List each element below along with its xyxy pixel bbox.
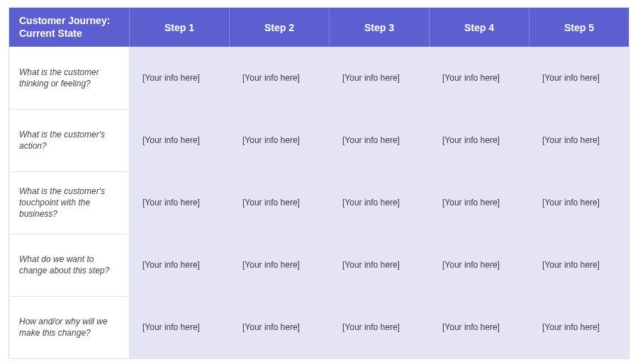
col-step-5: Step 5 — [530, 8, 629, 47]
cell: [Your info here] — [430, 47, 530, 109]
cell: [Your info here] — [230, 234, 330, 296]
row-label: What is the customer's action? — [9, 109, 130, 171]
cell: [Your info here] — [130, 171, 230, 234]
cell: [Your info here] — [130, 234, 230, 296]
row-label: How and/or why will we make this change? — [9, 296, 130, 358]
cell: [Your info here] — [430, 234, 530, 296]
cell: [Your info here] — [430, 171, 530, 234]
cell: [Your info here] — [230, 47, 330, 109]
table-header: Customer Journey: Current State Step 1 S… — [9, 8, 629, 47]
cell: [Your info here] — [130, 109, 230, 171]
table-row: What is the customer thinking or feeling… — [9, 47, 629, 109]
table-body: What is the customer thinking or feeling… — [9, 47, 629, 358]
cell: [Your info here] — [330, 171, 430, 234]
cell: [Your info here] — [330, 47, 430, 109]
col-step-1: Step 1 — [130, 8, 230, 47]
col-step-3: Step 3 — [330, 8, 430, 47]
row-label: What is the customer's touchpoint with t… — [9, 171, 130, 234]
cell: [Your info here] — [530, 47, 629, 109]
cell: [Your info here] — [130, 296, 230, 358]
customer-journey-table: Customer Journey: Current State Step 1 S… — [9, 7, 629, 359]
cell: [Your info here] — [330, 234, 430, 296]
cell: [Your info here] — [530, 109, 629, 171]
cell: [Your info here] — [530, 234, 629, 296]
table-row: What do we want to change about this ste… — [9, 234, 629, 296]
table-title: Customer Journey: Current State — [9, 8, 130, 47]
cell: [Your info here] — [230, 171, 330, 234]
cell: [Your info here] — [330, 109, 430, 171]
cell: [Your info here] — [430, 296, 530, 358]
cell: [Your info here] — [130, 47, 230, 109]
row-label: What is the customer thinking or feeling… — [9, 47, 130, 109]
table-row: How and/or why will we make this change?… — [9, 296, 629, 358]
cell: [Your info here] — [430, 109, 530, 171]
col-step-2: Step 2 — [230, 8, 330, 47]
cell: [Your info here] — [230, 296, 330, 358]
table-row: What is the customer's touchpoint with t… — [9, 171, 629, 234]
cell: [Your info here] — [330, 296, 430, 358]
cell: [Your info here] — [230, 109, 330, 171]
row-label: What do we want to change about this ste… — [9, 234, 130, 296]
cell: [Your info here] — [530, 171, 629, 234]
cell: [Your info here] — [530, 296, 629, 358]
table-row: What is the customer's action? [Your inf… — [9, 109, 629, 171]
col-step-4: Step 4 — [430, 8, 530, 47]
